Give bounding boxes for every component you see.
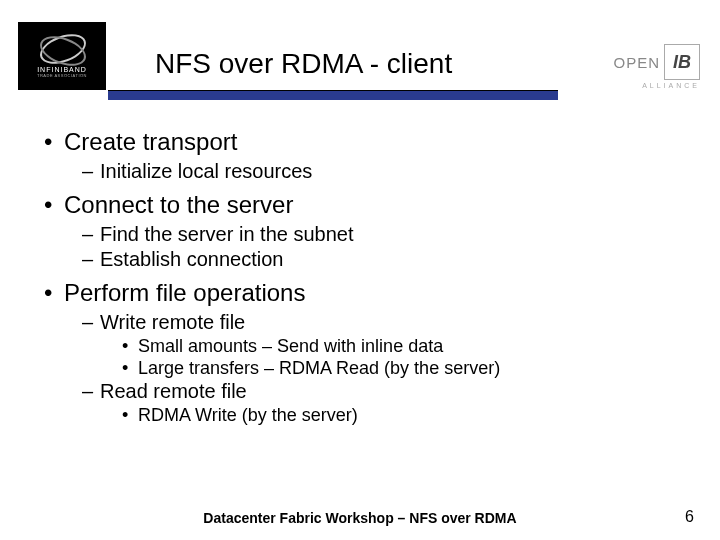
slide-header: INFINIBAND TRADE ASSOCIATION NFS over RD… bbox=[0, 0, 720, 100]
bullet-level3: Large transfers – RDMA Read (by the serv… bbox=[40, 358, 690, 379]
infiniband-swirl-icon bbox=[37, 34, 87, 64]
bullet-level3: Small amounts – Send with inline data bbox=[40, 336, 690, 357]
openib-logo-text: OPEN bbox=[613, 54, 660, 71]
infiniband-logo-text: INFINIBAND bbox=[37, 66, 87, 74]
bullet-level2: Find the server in the subnet bbox=[40, 223, 690, 246]
openib-logo: OPEN IB bbox=[613, 44, 700, 80]
bullet-level1: Perform file operations bbox=[40, 279, 690, 307]
openib-logo-mark: IB bbox=[664, 44, 700, 80]
bullet-level2: Write remote file bbox=[40, 311, 690, 334]
bullet-level2: Read remote file bbox=[40, 380, 690, 403]
openib-logo-subtext: ALLIANCE bbox=[642, 82, 700, 89]
bullet-level1: Create transport bbox=[40, 128, 690, 156]
page-number: 6 bbox=[685, 508, 694, 526]
title-underline-bar bbox=[108, 90, 558, 100]
infiniband-logo-subtext: TRADE ASSOCIATION bbox=[37, 73, 87, 78]
bullet-level2: Initialize local resources bbox=[40, 160, 690, 183]
slide-body: Create transport Initialize local resour… bbox=[40, 128, 690, 427]
bullet-level1: Connect to the server bbox=[40, 191, 690, 219]
bullet-level2: Establish connection bbox=[40, 248, 690, 271]
bullet-level3: RDMA Write (by the server) bbox=[40, 405, 690, 426]
slide-footer: Datacenter Fabric Workshop – NFS over RD… bbox=[0, 510, 720, 526]
infiniband-logo: INFINIBAND TRADE ASSOCIATION bbox=[18, 22, 106, 90]
slide-title: NFS over RDMA - client bbox=[155, 48, 452, 80]
